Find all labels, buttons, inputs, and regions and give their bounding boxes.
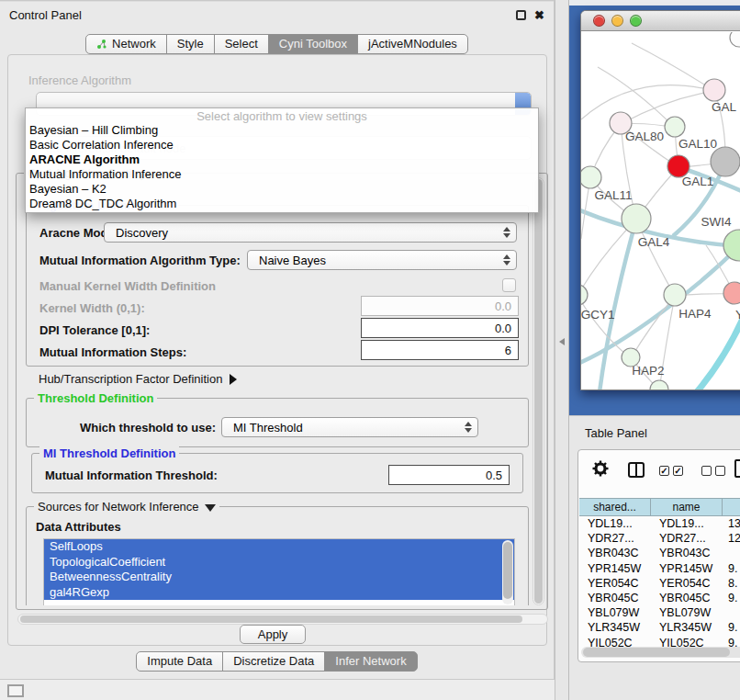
manual-kernel-width-checkbox[interactable] bbox=[502, 278, 516, 292]
dpi-tolerance-label: DPI Tolerance [0,1]: bbox=[39, 323, 150, 337]
tab-network[interactable]: Network bbox=[85, 34, 167, 54]
algorithm-option-dream8-dc-tdc-algorithm[interactable]: Dream8 DC_TDC Algorithm bbox=[26, 197, 538, 211]
table-cell: YBR045C bbox=[651, 591, 723, 605]
network-edge[interactable] bbox=[695, 310, 740, 390]
attributes-scrollbar[interactable] bbox=[502, 540, 513, 604]
table-row[interactable]: YPR145WYPR145W9. bbox=[579, 561, 740, 576]
which-threshold-select[interactable]: MI Threshold bbox=[221, 417, 478, 437]
which-threshold-value: MI Threshold bbox=[233, 421, 303, 435]
kernel-width-input[interactable]: 0.0 bbox=[361, 296, 519, 316]
algorithm-option-mutual-information-inference[interactable]: Mutual Information Inference bbox=[26, 167, 538, 182]
minimize-window-icon[interactable] bbox=[611, 15, 623, 27]
network-canvas[interactable]: GALGAL80GAL10GAL1GAL11GAL4SWI4GCY1HAP4YH… bbox=[581, 32, 740, 390]
data-attributes-list[interactable]: SelfLoopsTopologicalCoefficientBetweenne… bbox=[43, 538, 515, 605]
table-horizontal-scrollbar[interactable] bbox=[581, 647, 740, 658]
table-row[interactable]: YER054CYER054C8. bbox=[579, 576, 740, 591]
table-cell: 13 bbox=[723, 516, 740, 531]
kernel-width-value: 0.0 bbox=[495, 299, 511, 313]
tab-label: Network bbox=[112, 35, 156, 53]
tab-style[interactable]: Style bbox=[166, 34, 215, 54]
table-row[interactable]: YBR043CYBR043C bbox=[579, 546, 740, 560]
network-node[interactable] bbox=[650, 380, 668, 390]
panel-title: Control Panel bbox=[9, 8, 82, 22]
columns-icon[interactable] bbox=[628, 462, 645, 478]
mi-algorithm-type-select[interactable]: Naive Bayes bbox=[247, 250, 517, 270]
network-node[interactable] bbox=[723, 282, 740, 304]
node-label: GAL1 bbox=[682, 175, 714, 188]
mi-algorithm-type-label: Mutual Information Algorithm Type: bbox=[39, 254, 241, 267]
hub-definition-label: Hub/Transcription Factor Definition bbox=[39, 372, 222, 386]
column-header-name[interactable]: name bbox=[651, 498, 723, 516]
network-node[interactable] bbox=[664, 284, 686, 306]
subtab-infer-network[interactable]: Infer Network bbox=[324, 651, 417, 672]
network-edge[interactable] bbox=[632, 43, 714, 91]
kernel-width-label: Kernel Width (0,1): bbox=[39, 301, 145, 315]
table-row[interactable]: YDL19...YDL19...13 bbox=[579, 516, 740, 531]
apply-button[interactable]: Apply bbox=[240, 625, 306, 644]
network-window-titlebar[interactable] bbox=[581, 11, 740, 31]
subtab-impute-data[interactable]: Impute Data bbox=[136, 651, 223, 672]
network-node[interactable] bbox=[730, 32, 740, 47]
column-header-extra[interactable] bbox=[723, 498, 740, 516]
attribute-item-betweennesscentrality[interactable]: BetweennessCentrality bbox=[44, 570, 514, 585]
float-panel-icon[interactable] bbox=[516, 10, 526, 20]
node-table: ✓ ✓ shared...name YDL19...YDL19...13YDR2… bbox=[577, 449, 740, 662]
node-label: SWI4 bbox=[701, 215, 731, 229]
deselect-all-checkbox-icon[interactable] bbox=[715, 466, 725, 476]
attribute-item-gal4rgexp[interactable]: gal4RGexp bbox=[44, 585, 514, 601]
table-row[interactable]: YDR27...YDR27...12 bbox=[579, 531, 740, 546]
collapse-left-icon[interactable] bbox=[559, 338, 565, 345]
gear-icon[interactable] bbox=[591, 459, 610, 478]
algorithm-option-bayesian-k2[interactable]: Bayesian – K2 bbox=[26, 182, 538, 197]
mi-threshold-input[interactable]: 0.5 bbox=[388, 465, 510, 485]
table-row[interactable]: YIL052CYIL052C9. bbox=[579, 636, 740, 648]
table-cell: YBR043C bbox=[579, 546, 651, 560]
tab-cyni-toolbox[interactable]: Cyni Toolbox bbox=[268, 34, 358, 54]
dpi-tolerance-input[interactable]: 0.0 bbox=[361, 318, 519, 338]
tab-jactivemnodules[interactable]: jActiveMNodules bbox=[357, 34, 468, 54]
mi-threshold-value: 0.5 bbox=[486, 469, 502, 482]
table-cell: YDR27... bbox=[579, 531, 651, 546]
network-node[interactable] bbox=[665, 117, 685, 137]
network-node[interactable] bbox=[622, 204, 651, 233]
settings-horizontal-scrollbar[interactable] bbox=[17, 614, 548, 625]
table-row[interactable]: YLR345WYLR345W9. bbox=[579, 620, 740, 635]
stepper-arrows-icon bbox=[503, 254, 510, 265]
algorithm-option-bayesian-hill-climbing[interactable]: Bayesian – Hill Climbing bbox=[26, 123, 538, 138]
zoom-window-icon[interactable] bbox=[630, 15, 642, 27]
network-node[interactable] bbox=[581, 285, 588, 305]
deselect-all-checkbox-icon[interactable] bbox=[701, 466, 712, 476]
table-cell: YER054C bbox=[651, 576, 723, 591]
mi-steps-input[interactable]: 6 bbox=[361, 340, 519, 360]
network-edge[interactable] bbox=[598, 67, 675, 128]
tab-select[interactable]: Select bbox=[214, 34, 269, 54]
select-all-checkbox-icon[interactable]: ✓ bbox=[673, 466, 683, 476]
subtab-discretize-data[interactable]: Discretize Data bbox=[222, 651, 325, 672]
tab-label: Style bbox=[177, 35, 204, 53]
table-row[interactable]: YBR045CYBR045C9. bbox=[579, 591, 740, 605]
panel-grip-icon[interactable] bbox=[7, 684, 24, 697]
settings-vertical-scrollbar[interactable] bbox=[533, 177, 544, 605]
attribute-item-selfloops[interactable]: SelfLoops bbox=[44, 539, 514, 555]
table-row[interactable]: YBL079WYBL079W bbox=[579, 605, 740, 620]
export-table-icon[interactable] bbox=[734, 459, 740, 478]
tab-label: Discretize Data bbox=[233, 652, 314, 671]
node-label: GAL bbox=[712, 100, 737, 114]
close-panel-icon[interactable]: ✖ bbox=[534, 10, 544, 20]
network-node[interactable] bbox=[711, 147, 740, 176]
network-node[interactable] bbox=[703, 79, 725, 101]
column-header-shared[interactable]: shared... bbox=[579, 498, 651, 516]
algorithm-option-aracne-algorithm[interactable]: ARACNE Algorithm bbox=[26, 152, 538, 167]
network-icon bbox=[96, 39, 107, 50]
network-node[interactable] bbox=[581, 166, 601, 188]
close-window-icon[interactable] bbox=[593, 15, 605, 27]
panel-split-divider[interactable] bbox=[555, 0, 569, 700]
aracne-mode-select[interactable]: Discovery bbox=[104, 222, 517, 243]
hub-definition-expander[interactable]: Hub/Transcription Factor Definition bbox=[39, 372, 237, 386]
control-panel-tabs: NetworkStyleSelectCyni ToolboxjActiveMNo… bbox=[0, 34, 554, 54]
tab-label: jActiveMNodules bbox=[368, 35, 457, 53]
sources-group-title[interactable]: Sources for Network Inference bbox=[34, 500, 219, 514]
select-all-checkbox-icon[interactable]: ✓ bbox=[659, 466, 669, 476]
algorithm-option-basic-correlation-inference[interactable]: Basic Correlation Inference bbox=[26, 138, 538, 152]
attribute-item-topologicalcoefficient[interactable]: TopologicalCoefficient bbox=[44, 555, 514, 570]
